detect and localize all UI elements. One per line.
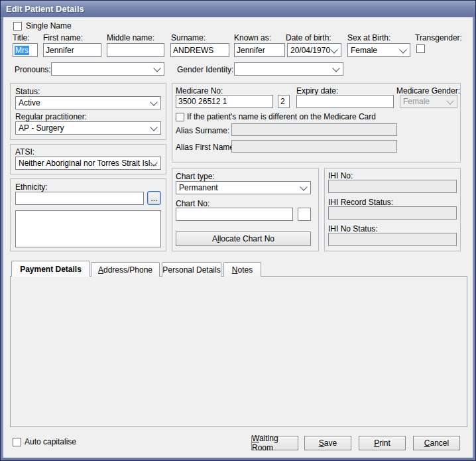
chart-type-combobox[interactable]: Permanent: [176, 181, 311, 194]
cancel-button-label: Cancel: [424, 438, 449, 448]
window-frame-bottom: [1, 458, 475, 460]
window-title: Edit Patient Details: [1, 4, 84, 14]
tab-personal-details-label: Personal Details: [162, 265, 220, 275]
date-of-birth-value: 20/04/1970: [290, 46, 330, 55]
tab-content-panel: [10, 276, 467, 427]
medicare-different-name-checkbox[interactable]: [176, 113, 184, 121]
chevron-down-icon: [446, 97, 453, 104]
middle-name-label: Middle name:: [107, 33, 154, 42]
surname-label: Surname:: [171, 33, 206, 42]
title-bar[interactable]: Edit Patient Details: [1, 1, 475, 17]
middle-name-field[interactable]: [107, 43, 164, 57]
chevron-down-icon: [332, 64, 339, 72]
chevron-down-icon: [150, 98, 157, 105]
chevron-down-icon: [153, 64, 160, 72]
medicare-irn-field[interactable]: [278, 95, 290, 108]
medicare-gender-value: Female: [403, 97, 430, 106]
chevron-down-icon: [150, 123, 157, 131]
sex-at-birth-label: Sex at Birth:: [347, 33, 390, 42]
atsi-label: ATSI:: [15, 147, 34, 157]
pronouns-combobox[interactable]: [51, 62, 164, 76]
status-value: Active: [19, 98, 40, 107]
waiting-room-button-label: Waiting Room: [252, 434, 298, 452]
chart-type-label: Chart type:: [176, 172, 215, 181]
title-field[interactable]: Mrs: [13, 43, 38, 57]
window-frame-left: [1, 17, 3, 460]
pronouns-label: Pronouns:: [15, 65, 51, 74]
alias-surname-field: [231, 123, 397, 136]
sex-at-birth-value: Female: [351, 46, 377, 55]
chevron-down-icon: [300, 183, 307, 190]
chart-no-field[interactable]: [176, 208, 293, 221]
single-name-checkbox[interactable]: [13, 22, 22, 31]
date-of-birth-label: Date of birth:: [286, 33, 331, 42]
medicare-gender-label: Medicare Gender:: [396, 86, 460, 96]
status-combobox[interactable]: Active: [15, 96, 161, 109]
tab-address-phone[interactable]: Address/Phone: [91, 262, 160, 277]
allocate-chart-no-button-label: Allocate Chart No: [212, 234, 274, 243]
medicare-no-field[interactable]: [176, 95, 273, 108]
ethnicity-browse-button[interactable]: ...: [147, 191, 161, 205]
window-frame-right: [473, 17, 475, 460]
ihi-no-status-field: [328, 233, 457, 246]
expiry-date-label: Expiry date:: [296, 86, 338, 96]
save-button[interactable]: Save: [304, 436, 351, 450]
ethnicity-field[interactable]: [15, 192, 144, 205]
tab-notes[interactable]: Notes: [223, 262, 261, 277]
chart-no-suffix-field[interactable]: [298, 208, 311, 221]
ihi-no-label: IHI No:: [328, 171, 353, 180]
ihi-record-status-field: [328, 206, 457, 220]
transgender-label: Transgender:: [415, 33, 462, 42]
ihi-record-status-label: IHI Record Status:: [328, 198, 393, 207]
atsi-value: Neither Aboriginal nor Torres Strait Isl…: [19, 159, 157, 168]
known-as-field[interactable]: [234, 43, 285, 57]
print-button[interactable]: Print: [359, 436, 406, 450]
tab-personal-details[interactable]: Personal Details: [162, 262, 221, 277]
regular-practitioner-value: AP - Surgery: [19, 123, 64, 133]
title-label: Title:: [13, 33, 30, 42]
title-field-selected-text: Mrs: [15, 46, 29, 55]
known-as-label: Known as:: [234, 33, 271, 42]
save-button-label: Save: [319, 438, 337, 448]
date-of-birth-combobox[interactable]: 20/04/1970: [287, 43, 341, 57]
print-button-label: Print: [374, 438, 390, 448]
medicare-no-label: Medicare No:: [176, 86, 223, 96]
tab-payment-details[interactable]: Payment Details: [11, 261, 90, 277]
medicare-different-name-label: If the patient's name is different on th…: [187, 112, 376, 121]
tab-notes-label: Notes: [232, 265, 253, 275]
alias-surname-label: Alias Surname:: [176, 126, 229, 135]
auto-capitalise-label: Auto capitalise: [25, 437, 76, 446]
ethnicity-label: Ethnicity:: [15, 182, 48, 192]
tab-address-phone-label: Address/Phone: [98, 265, 152, 275]
transgender-checkbox[interactable]: [416, 44, 425, 53]
regular-practitioner-label: Regular practitioner:: [15, 112, 87, 121]
gender-identity-combobox[interactable]: [234, 62, 343, 76]
chevron-down-icon: [399, 46, 406, 53]
auto-capitalise-checkbox[interactable]: [13, 438, 21, 446]
status-label: Status:: [15, 87, 40, 96]
allocate-chart-no-button[interactable]: Allocate Chart No: [176, 231, 311, 246]
expiry-date-field[interactable]: [296, 95, 394, 108]
ihi-no-status-label: IHI No Status:: [328, 224, 378, 233]
chart-no-label: Chart No:: [176, 199, 209, 208]
gender-identity-label: Gender Identity:: [177, 65, 233, 74]
waiting-room-button[interactable]: Waiting Room: [251, 436, 298, 450]
ihi-no-field: [328, 180, 457, 193]
cancel-button[interactable]: Cancel: [413, 436, 460, 450]
ellipsis-icon: ...: [150, 194, 157, 203]
regular-practitioner-combobox[interactable]: AP - Surgery: [15, 121, 161, 135]
medicare-gender-combobox: Female: [400, 95, 457, 108]
alias-first-name-label: Alias First Name:: [176, 143, 236, 152]
chart-type-value: Permanent: [179, 183, 218, 192]
chevron-down-icon: [330, 46, 337, 53]
sex-at-birth-combobox[interactable]: Female: [347, 43, 410, 57]
first-name-field[interactable]: [43, 43, 101, 57]
single-name-label: Single Name: [26, 21, 72, 31]
first-name-label: First name:: [43, 33, 83, 42]
surname-field[interactable]: [170, 43, 229, 57]
ethnicity-notes-box[interactable]: [15, 210, 161, 247]
atsi-combobox[interactable]: Neither Aboriginal nor Torres Strait Isl…: [15, 157, 161, 170]
tab-payment-details-label: Payment Details: [20, 265, 82, 274]
edit-patient-details-dialog: Edit Patient Details Single Name Title: …: [0, 0, 476, 461]
alias-first-name-field: [231, 140, 397, 153]
